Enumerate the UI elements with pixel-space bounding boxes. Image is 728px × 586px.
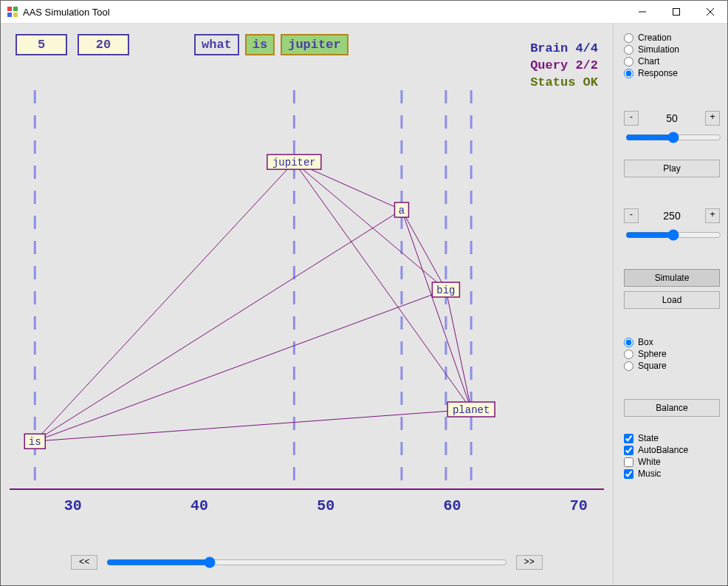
sidebar: CreationSimulationChartResponse - 50 + P… (613, 24, 727, 585)
spin1-inc[interactable]: + (705, 111, 720, 126)
shape-option-sphere[interactable]: Sphere (624, 349, 720, 359)
query-word-1[interactable]: is (245, 34, 275, 55)
main-area: 5 20 whatisjupiter Brain 4/4 Query 2/2 S… (1, 24, 613, 585)
check-music[interactable]: Music (624, 469, 720, 479)
simulate-button[interactable]: Simulate (624, 269, 720, 287)
svg-rect-0 (7, 7, 12, 11)
maximize-button[interactable] (659, 1, 693, 23)
load-button[interactable]: Load (624, 291, 720, 309)
minimize-button[interactable] (625, 1, 659, 23)
spin2-slider[interactable] (625, 229, 721, 241)
svg-line-22 (35, 409, 471, 441)
param-box-2[interactable]: 20 (78, 34, 129, 55)
balance-button[interactable]: Balance (624, 399, 720, 417)
svg-text:big: big (436, 285, 455, 296)
spin2: - 250 + (624, 208, 720, 223)
svg-text:planet: planet (453, 404, 490, 416)
app-window: AAS Simulation Tool 5 20 whatisjupiter B… (0, 0, 728, 586)
spin2-value: 250 (663, 210, 680, 222)
status-query: Query 2/2 (530, 58, 598, 72)
prev-button[interactable]: << (71, 555, 97, 570)
top-controls: 5 20 whatisjupiter (16, 34, 348, 55)
shape-radio-group: BoxSphereSquare (624, 335, 720, 372)
mode-option-chart[interactable]: Chart (624, 56, 720, 67)
graph-chart: 3040506070isjupiterabigplanet (10, 83, 604, 541)
spin1-dec[interactable]: - (624, 111, 639, 126)
svg-line-21 (35, 290, 446, 441)
query-words: whatisjupiter (194, 34, 348, 55)
status-brain: Brain 4/4 (530, 41, 598, 55)
spin1-slider[interactable] (625, 132, 721, 143)
svg-text:70: 70 (570, 497, 588, 514)
next-button[interactable]: >> (516, 555, 543, 570)
svg-text:40: 40 (190, 497, 208, 514)
timeline-slider[interactable] (106, 556, 506, 568)
svg-text:a: a (399, 205, 405, 217)
mode-option-simulation[interactable]: Simulation (624, 44, 720, 55)
svg-line-26 (402, 210, 446, 290)
svg-line-27 (402, 210, 471, 409)
app-icon (7, 6, 18, 18)
svg-line-19 (35, 162, 294, 441)
svg-text:60: 60 (443, 497, 461, 514)
timeline-row: << >> (71, 551, 543, 573)
svg-rect-1 (13, 7, 18, 11)
check-state[interactable]: State (624, 433, 720, 443)
shape-option-square[interactable]: Square (624, 361, 720, 371)
mode-option-creation[interactable]: Creation (624, 33, 720, 43)
spin2-inc[interactable]: + (705, 208, 720, 223)
svg-text:jupiter: jupiter (272, 157, 316, 168)
svg-line-20 (35, 210, 402, 441)
close-button[interactable] (693, 1, 727, 23)
checkbox-group: StateAutoBalanceWhiteMusic (624, 432, 720, 480)
svg-rect-5 (673, 9, 680, 16)
play-button[interactable]: Play (624, 160, 720, 177)
spin1: - 50 + (624, 111, 720, 126)
spin1-value: 50 (666, 112, 678, 124)
mode-option-response[interactable]: Response (624, 68, 720, 78)
svg-text:50: 50 (317, 497, 334, 514)
query-word-2[interactable]: jupiter (281, 34, 348, 55)
check-white[interactable]: White (624, 457, 720, 467)
mode-radio-group: CreationSimulationChartResponse (624, 31, 720, 80)
spin2-dec[interactable]: - (624, 208, 639, 223)
window-title: AAS Simulation Tool (23, 7, 110, 18)
shape-option-box[interactable]: Box (624, 337, 720, 347)
query-word-0[interactable]: what (194, 34, 239, 55)
svg-rect-3 (13, 13, 18, 17)
titlebar: AAS Simulation Tool (1, 1, 727, 24)
check-autobalance[interactable]: AutoBalance (624, 445, 720, 455)
svg-text:is: is (29, 436, 41, 448)
svg-text:30: 30 (64, 497, 82, 514)
body: 5 20 whatisjupiter Brain 4/4 Query 2/2 S… (1, 24, 727, 585)
param-box-1[interactable]: 5 (16, 34, 67, 55)
svg-rect-2 (7, 13, 12, 17)
